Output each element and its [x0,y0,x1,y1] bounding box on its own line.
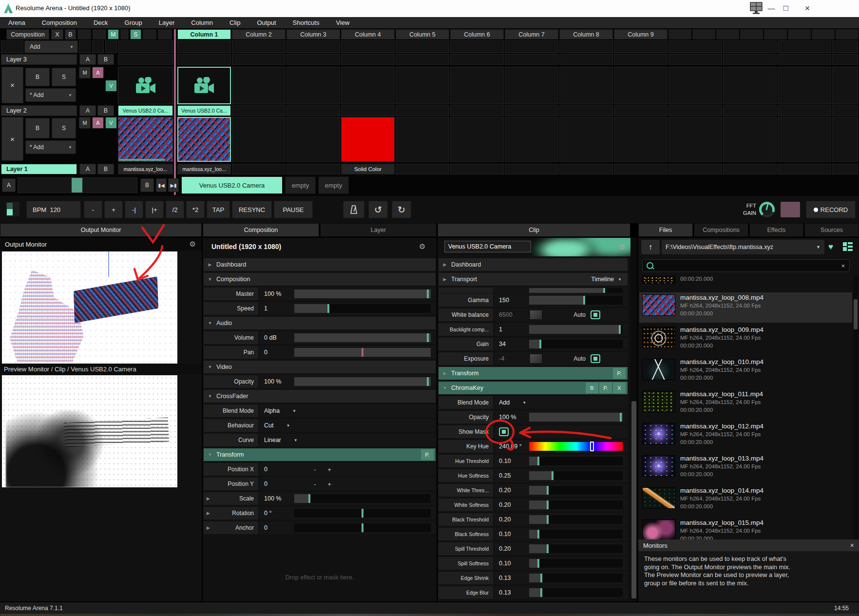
clip-cell[interactable] [559,164,613,174]
param-value[interactable]: 0.13 [495,589,529,596]
clip-cell[interactable] [668,67,722,104]
show-mask-checkbox[interactable] [499,427,509,436]
favorite-heart-icon[interactable]: ♥ [828,242,833,252]
param-slider[interactable] [294,333,431,342]
clip-cell[interactable] [559,40,613,53]
param-slider[interactable] [529,588,623,597]
param-slider[interactable] [294,348,431,357]
column-header-5[interactable]: Column 5 [396,29,449,39]
column-header-2[interactable]: Column 2 [232,29,286,39]
clip-venus-1[interactable] [118,67,173,104]
param-slider[interactable] [529,296,623,305]
param-slider[interactable] [529,515,623,524]
clip-cell[interactable] [232,40,286,53]
crossfader-a-button[interactable]: A [2,178,16,192]
clip-cell[interactable] [396,117,449,162]
clip-cell[interactable] [723,164,777,174]
clip-cell[interactable] [341,67,395,104]
section-button-b[interactable]: B [586,383,598,393]
slider-marker[interactable] [539,340,541,348]
clip-cell[interactable] [505,164,558,174]
clip-cell[interactable] [723,117,777,162]
clip-cell[interactable] [177,54,231,65]
monitors-close-icon[interactable]: × [850,541,854,549]
layer3-add-dropdown[interactable]: Add▼ [24,40,78,53]
list-view-icon[interactable] [843,242,853,251]
column-header-1[interactable]: Column 1 [177,29,231,39]
layer1-bypass-button[interactable]: B [25,118,50,138]
composition-state-icon[interactable] [6,202,19,216]
clip-cell[interactable] [668,117,722,162]
clip-cell[interactable] [232,105,286,116]
dropdown-blend-mode[interactable]: Add▼ [495,399,526,406]
slider-marker[interactable] [327,304,329,313]
menu-item-layer[interactable]: Layer [151,17,183,28]
display-settings-icon[interactable] [749,2,763,15]
param-slider[interactable] [529,471,623,480]
slider-marker[interactable] [362,348,363,357]
section-transform[interactable]: ▶TransformP. [439,367,628,380]
slider-marker[interactable] [620,413,622,422]
layer2-clear-button[interactable]: × [1,67,23,103]
menu-item-arena[interactable]: Arena [0,17,34,28]
auto-checkbox[interactable] [591,310,600,319]
auto-checkbox[interactable] [591,354,600,363]
slider-marker[interactable] [537,457,539,465]
clip-cell[interactable] [232,67,286,104]
param-value[interactable]: 0.20 [495,487,529,494]
clip-mantissa-2-label[interactable]: mantissa.xyz_loo... [177,164,231,174]
clip-cell[interactable] [286,164,340,174]
clip-cell[interactable] [341,105,395,116]
master-s-button[interactable]: S [130,29,141,39]
active-clip-layer2[interactable]: empty [285,176,316,194]
slider-marker[interactable] [552,471,554,480]
hue-slider[interactable] [529,442,623,451]
param-value[interactable]: -4 [495,355,529,362]
master-m-button[interactable]: M [108,29,119,39]
clip-cell[interactable] [505,40,558,53]
param-slider[interactable] [294,377,431,386]
clip-cell[interactable] [286,117,340,162]
layer3-b-button[interactable]: B [97,54,114,65]
transport-button-[interactable]: + [104,201,123,218]
menu-item-output[interactable]: Output [248,17,284,28]
slider-marker[interactable] [583,296,585,305]
param-value[interactable]: 100 % [495,414,529,421]
increment-button[interactable]: + [322,481,337,488]
increment-button[interactable]: + [322,466,337,473]
tab-compositions[interactable]: Compositions [694,223,748,237]
file-item[interactable]: mantissa.xyz_loop_008.mp4MF h264, 2048x1… [639,292,852,323]
param-value[interactable]: 0 [260,524,294,531]
clip-cell[interactable] [832,105,858,116]
transport-button-[interactable]: |+ [145,201,164,218]
clip-cell[interactable] [505,105,558,116]
composition-x-button[interactable]: X [51,29,63,39]
section-composition[interactable]: ▼Composition [204,273,436,286]
clip-cell[interactable] [559,67,613,104]
clip-cell[interactable] [723,40,777,53]
menu-item-column[interactable]: Column [183,17,221,28]
column-header-4[interactable]: Column 4 [341,29,395,39]
menu-item-deck[interactable]: Deck [85,17,116,28]
layer2-label[interactable]: Layer 2 [1,105,77,116]
clip-cell[interactable] [614,67,668,104]
file-item[interactable]: mantissa.xyz_loop_014.mp4MF h264, 2048x1… [639,485,852,516]
param-value[interactable]: 0.25 [495,472,529,479]
transport-button-[interactable]: - [84,201,102,218]
clip-panel-scrollbar[interactable] [630,238,637,601]
param-slider[interactable] [529,559,623,568]
clip-solid-color-label[interactable]: Solid Color [341,164,395,174]
clip-solid-color[interactable] [341,117,395,162]
composition-gear-icon[interactable]: ⚙ [419,242,425,251]
decrement-button[interactable]: - [308,481,322,488]
fft-gain-knob[interactable] [759,202,775,217]
transport-button-2[interactable]: *2 [186,201,205,218]
clip-cell[interactable] [450,54,504,65]
clip-cell[interactable] [450,164,504,174]
bpm-display[interactable]: BPM 120 [26,201,81,218]
section-button-p[interactable]: P. [599,383,612,393]
expand-arrow-icon[interactable]: ▶ [207,511,210,516]
transport-mode-dropdown[interactable]: Timeline▼ [591,276,622,283]
param-value[interactable]: 0.13 [495,575,529,581]
param-value[interactable]: 100 % [260,495,294,502]
